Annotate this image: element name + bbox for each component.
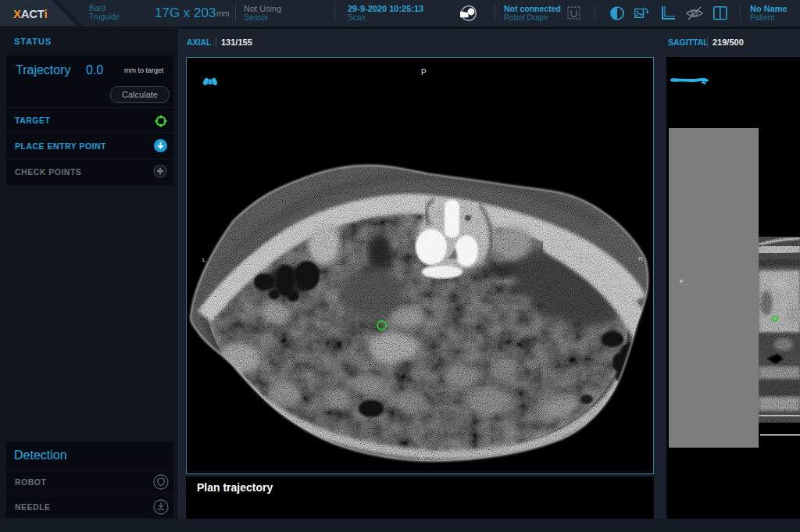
svg-text:F: F (680, 278, 684, 285)
svg-text:R: R (638, 255, 643, 262)
svg-text:P: P (421, 68, 427, 77)
svg-text:A: A (420, 454, 424, 461)
svg-text:L: L (202, 256, 206, 263)
